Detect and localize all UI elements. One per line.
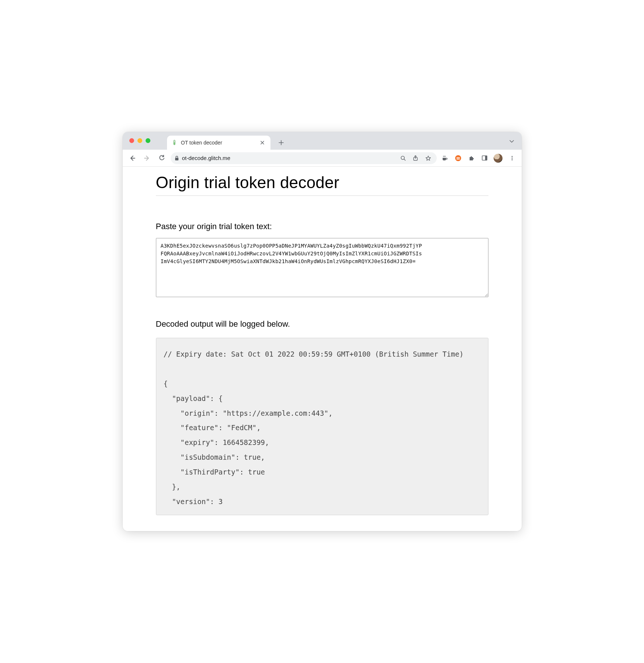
svg-point-8 xyxy=(511,156,512,157)
minimize-window-button[interactable] xyxy=(137,138,142,143)
bookmark-star-icon[interactable] xyxy=(423,155,433,161)
svg-rect-2 xyxy=(175,158,178,160)
svg-point-9 xyxy=(511,157,512,159)
orange-extension-icon[interactable] xyxy=(453,154,463,162)
back-button[interactable] xyxy=(126,152,138,164)
profile-avatar[interactable] xyxy=(493,154,503,163)
paste-label: Paste your origin trial token text: xyxy=(156,222,488,231)
svg-rect-1 xyxy=(174,142,175,145)
extensions-puzzle-icon[interactable] xyxy=(466,155,477,162)
token-textarea[interactable] xyxy=(156,238,488,297)
browser-toolbar: ot-decode.glitch.me xyxy=(123,150,522,167)
tab-overflow-button[interactable] xyxy=(505,135,518,147)
page-content: Origin trial token decoder Paste your or… xyxy=(123,167,522,531)
lock-icon xyxy=(174,156,179,161)
new-tab-button[interactable] xyxy=(276,137,287,148)
url-text: ot-decode.glitch.me xyxy=(182,155,395,161)
maximize-window-button[interactable] xyxy=(146,138,150,143)
reload-button[interactable] xyxy=(156,152,168,164)
chrome-menu-button[interactable] xyxy=(506,152,518,164)
page-title: Origin trial token decoder xyxy=(156,173,488,192)
browser-tab[interactable]: OT token decoder xyxy=(167,136,270,150)
svg-point-10 xyxy=(511,159,512,160)
svg-rect-7 xyxy=(485,156,487,160)
tab-title: OT token decoder xyxy=(181,140,222,146)
close-window-button[interactable] xyxy=(129,138,134,143)
browser-window: OT token decoder xyxy=(123,132,522,531)
coffee-extension-icon[interactable] xyxy=(440,154,450,162)
test-tube-icon xyxy=(171,140,177,146)
divider xyxy=(156,196,488,196)
output-label: Decoded output will be logged below. xyxy=(156,319,488,329)
decoded-output: // Expiry date: Sat Oct 01 2022 00:59:59… xyxy=(156,338,488,515)
forward-button[interactable] xyxy=(141,152,153,164)
window-controls xyxy=(129,138,150,143)
share-icon[interactable] xyxy=(411,155,420,161)
search-icon[interactable] xyxy=(398,155,408,161)
address-bar[interactable]: ot-decode.glitch.me xyxy=(171,152,437,164)
close-tab-button[interactable] xyxy=(259,140,266,146)
tab-strip: OT token decoder xyxy=(123,132,522,150)
side-panel-icon[interactable] xyxy=(480,155,490,161)
